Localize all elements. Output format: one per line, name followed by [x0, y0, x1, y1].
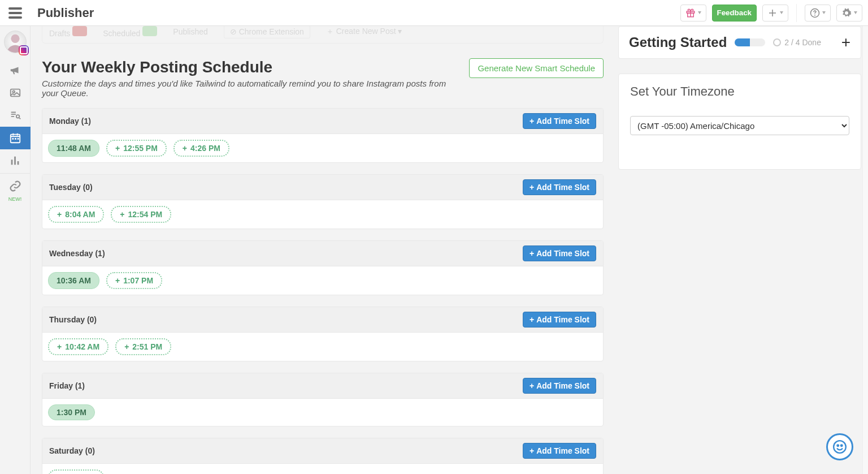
plus-icon: +: [530, 117, 534, 126]
day-block: Friday (1)+ Add Time Slot1:30 PM: [42, 373, 604, 426]
time-slot[interactable]: 10:36 AM: [48, 272, 99, 289]
menu-toggle[interactable]: [0, 0, 31, 26]
help-button[interactable]: [805, 5, 831, 21]
check-icon: [773, 38, 781, 46]
add-time-slot-button[interactable]: + Add Time Slot: [523, 179, 596, 195]
plus-icon: +: [115, 276, 120, 285]
suggested-time-slot[interactable]: +1:07 PM: [106, 272, 162, 289]
plus-icon: +: [530, 381, 534, 390]
plus-icon: [767, 8, 778, 18]
day-block: Monday (1)+ Add Time Slot11:48 AM+12:55 …: [42, 108, 604, 163]
suggested-time-slot[interactable]: +12:55 PM: [106, 140, 167, 157]
separator: [796, 4, 797, 22]
day-block: Tuesday (0)+ Add Time Slot+8:04 AM+12:54…: [42, 174, 604, 229]
page-subtitle: Customize the days and times you'd like …: [42, 79, 460, 98]
topbar-actions: Feedback: [680, 4, 863, 22]
day-header: Tuesday (0)+ Add Time Slot: [42, 175, 603, 200]
svg-rect-10: [15, 138, 16, 140]
feedback-button[interactable]: Feedback: [712, 5, 757, 21]
suggested-time-slot[interactable]: +2:43 PM: [48, 469, 104, 474]
svg-point-7: [16, 115, 19, 118]
day-header: Wednesday (1)+ Add Time Slot: [42, 241, 603, 266]
help-icon: [810, 8, 820, 18]
sidenav: NEW!: [0, 26, 31, 474]
suggested-time-slot[interactable]: +8:04 AM: [48, 206, 104, 223]
timezone-title: Set Your Timezone: [630, 84, 849, 99]
time-label: 1:07 PM: [123, 276, 153, 285]
nav-megaphone[interactable]: [0, 59, 31, 81]
day-header: Thursday (0)+ Add Time Slot: [42, 307, 603, 333]
day-slots: +10:42 AM+2:51 PM: [42, 333, 603, 361]
plus-icon: +: [115, 144, 120, 153]
chat-fab[interactable]: [826, 433, 853, 460]
nav-analytics[interactable]: [0, 149, 31, 172]
account-switcher[interactable]: [4, 31, 27, 53]
time-label: 1:30 PM: [57, 408, 86, 417]
day-title: Thursday (0): [49, 315, 97, 324]
side-column: Getting Started 2 / 4 Done + Set Your Ti…: [618, 26, 861, 184]
time-label: 8:04 AM: [65, 210, 95, 219]
getting-started-title: Getting Started: [629, 35, 727, 50]
time-label: 2:51 PM: [132, 342, 162, 351]
timezone-card: Set Your Timezone (GMT -05:00) America/C…: [618, 74, 861, 170]
plus-icon: +: [530, 249, 534, 258]
add-time-slot-button[interactable]: + Add Time Slot: [523, 443, 596, 459]
svg-point-14: [841, 445, 843, 447]
gift-button[interactable]: [680, 5, 706, 21]
generate-smart-schedule-button[interactable]: Generate New Smart Schedule: [469, 58, 604, 78]
plus-icon: +: [183, 144, 187, 153]
gear-icon: [841, 8, 852, 18]
suggested-time-slot[interactable]: +4:26 PM: [173, 140, 229, 157]
getting-started-progress: [735, 38, 765, 46]
time-label: 12:55 PM: [123, 144, 158, 153]
add-time-slot-button[interactable]: + Add Time Slot: [523, 312, 596, 328]
getting-started-expand[interactable]: +: [841, 35, 850, 50]
svg-point-4: [11, 35, 19, 43]
svg-rect-9: [12, 138, 14, 140]
page: Drafts Scheduled Published ⊘ Chrome Exte…: [31, 26, 868, 474]
suggested-time-slot[interactable]: +2:51 PM: [115, 338, 171, 355]
time-slot[interactable]: 1:30 PM: [48, 404, 95, 420]
instagram-icon: [19, 45, 29, 55]
chevron-down-icon: [780, 11, 783, 14]
getting-started-card: Getting Started 2 / 4 Done +: [618, 26, 861, 59]
time-label: 4:26 PM: [190, 144, 220, 153]
page-title: Your Weekly Posting Schedule: [42, 58, 460, 76]
plus-icon: +: [530, 446, 534, 455]
svg-point-3: [814, 14, 815, 15]
svg-point-13: [837, 445, 839, 447]
main-column: Drafts Scheduled Published ⊘ Chrome Exte…: [42, 26, 604, 474]
nav-image[interactable]: [0, 81, 31, 104]
plus-icon: +: [57, 342, 62, 351]
add-time-slot-button[interactable]: + Add Time Slot: [523, 378, 596, 394]
day-slots: 10:36 AM+1:07 PM: [42, 266, 603, 295]
timezone-select[interactable]: (GMT -05:00) America/Chicago: [630, 116, 849, 135]
settings-button[interactable]: [836, 5, 862, 21]
day-block: Wednesday (1)+ Add Time Slot10:36 AM+1:0…: [42, 240, 604, 295]
nav-search-list[interactable]: [0, 104, 31, 127]
plus-icon: +: [530, 183, 534, 192]
nav-link-tool[interactable]: [0, 175, 31, 197]
plus-icon: +: [530, 315, 534, 324]
add-time-slot-button[interactable]: + Add Time Slot: [523, 113, 596, 129]
chevron-down-icon: [854, 11, 857, 14]
add-button[interactable]: [762, 5, 788, 21]
scrollbar[interactable]: [862, 26, 868, 474]
plus-icon: +: [57, 210, 62, 219]
day-slots: 1:30 PM: [42, 399, 603, 426]
suggested-time-slot[interactable]: +12:54 PM: [111, 206, 171, 223]
day-header: Friday (1)+ Add Time Slot: [42, 373, 603, 399]
day-slots: 11:48 AM+12:55 PM+4:26 PM: [42, 134, 603, 162]
plus-icon: +: [120, 210, 124, 219]
time-label: 11:48 AM: [57, 144, 91, 153]
day-block: Thursday (0)+ Add Time Slot+10:42 AM+2:5…: [42, 307, 604, 361]
chevron-down-icon: [822, 11, 826, 14]
feedback-label: Feedback: [717, 8, 752, 17]
hamburger-icon: [8, 7, 22, 19]
publisher-tabs-disabled: Drafts Scheduled Published ⊘ Chrome Exte…: [42, 26, 604, 44]
svg-rect-11: [17, 138, 19, 140]
nav-schedule[interactable]: [0, 127, 31, 149]
time-slot[interactable]: 11:48 AM: [48, 140, 99, 157]
add-time-slot-button[interactable]: + Add Time Slot: [523, 245, 596, 261]
suggested-time-slot[interactable]: +10:42 AM: [48, 338, 108, 355]
